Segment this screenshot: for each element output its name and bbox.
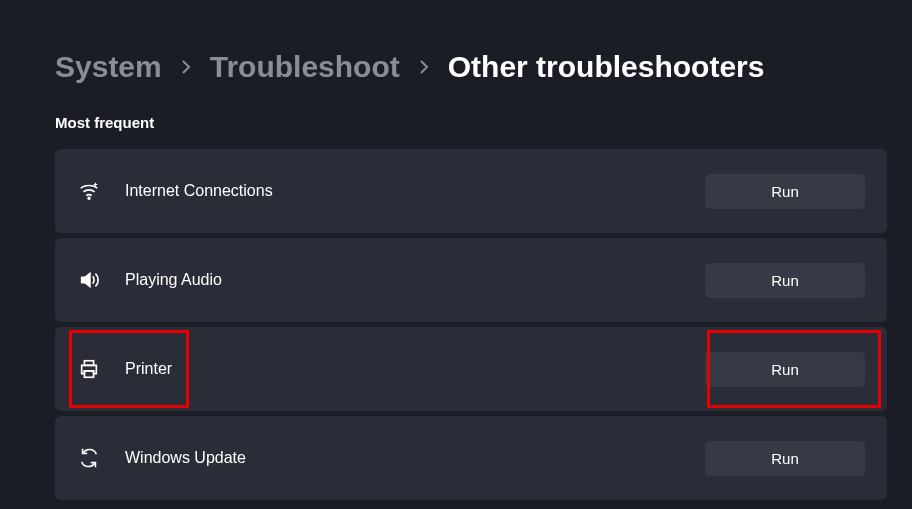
row-label: Internet Connections: [125, 182, 273, 200]
wifi-icon: [77, 179, 101, 203]
breadcrumb-item-system[interactable]: System: [55, 50, 162, 84]
troubleshooter-row-audio: Playing Audio Run: [55, 238, 887, 322]
chevron-right-icon: [418, 59, 430, 75]
troubleshooter-row-internet: Internet Connections Run: [55, 149, 887, 233]
breadcrumb-item-current: Other troubleshooters: [448, 50, 765, 84]
run-button-internet[interactable]: Run: [705, 174, 865, 209]
troubleshooter-list: Internet Connections Run Playing Audio R…: [55, 149, 887, 500]
breadcrumb-item-troubleshoot[interactable]: Troubleshoot: [210, 50, 400, 84]
run-button-windows-update[interactable]: Run: [705, 441, 865, 476]
troubleshooter-row-windows-update: Windows Update Run: [55, 416, 887, 500]
printer-icon: [77, 357, 101, 381]
breadcrumb: System Troubleshoot Other troubleshooter…: [55, 50, 887, 84]
speaker-icon: [77, 268, 101, 292]
row-left: Internet Connections: [77, 179, 273, 203]
troubleshooter-row-printer: Printer Run: [55, 327, 887, 411]
run-button-audio[interactable]: Run: [705, 263, 865, 298]
run-button-printer[interactable]: Run: [705, 352, 865, 387]
row-label: Windows Update: [125, 449, 246, 467]
row-label: Printer: [125, 360, 172, 378]
svg-rect-4: [84, 371, 93, 377]
svg-point-0: [88, 197, 90, 199]
row-left: Windows Update: [77, 446, 246, 470]
row-left: Printer: [77, 357, 172, 381]
row-label: Playing Audio: [125, 271, 222, 289]
row-left: Playing Audio: [77, 268, 222, 292]
section-label: Most frequent: [55, 114, 887, 131]
sync-icon: [77, 446, 101, 470]
chevron-right-icon: [180, 59, 192, 75]
